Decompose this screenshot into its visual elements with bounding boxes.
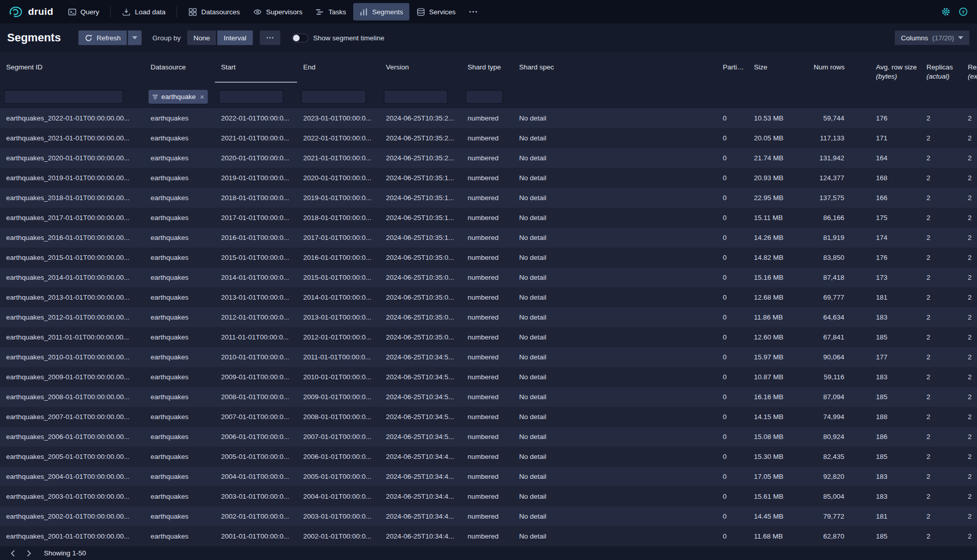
cell-size[interactable]: 10.53 MB: [748, 108, 808, 128]
cell-size[interactable]: 15.16 MB: [748, 267, 808, 287]
cell-version[interactable]: 2024-06-25T10:34:4...: [380, 447, 461, 467]
cell-avg_row_size[interactable]: 175: [870, 208, 920, 228]
cell-datasource[interactable]: earthquakes: [144, 427, 215, 447]
cell-end[interactable]: 2005-01-01T00:00:0...: [297, 467, 380, 486]
cell-end[interactable]: 2022-01-01T00:00:0...: [297, 128, 380, 148]
cell-end[interactable]: 2023-01-01T00:00:0...: [297, 108, 380, 128]
cell-version[interactable]: 2024-06-25T10:34:4...: [380, 526, 461, 546]
cell-partition[interactable]: 0: [717, 188, 748, 208]
cell-size[interactable]: 12.68 MB: [748, 287, 808, 307]
cell-version[interactable]: 2024-06-25T10:34:4...: [380, 486, 461, 506]
cell-avg_row_size[interactable]: 183: [870, 467, 920, 486]
cell-version[interactable]: 2024-06-25T10:35:2...: [380, 108, 461, 128]
cell-partition[interactable]: 0: [717, 248, 748, 267]
cell-shard_spec[interactable]: No detail: [513, 526, 717, 546]
cell-replication_factor[interactable]: 2: [962, 108, 977, 128]
cell-datasource[interactable]: earthquakes: [144, 148, 215, 168]
cell-size[interactable]: 15.61 MB: [748, 486, 808, 506]
cell-replicas[interactable]: 2: [920, 248, 962, 267]
cell-partition[interactable]: 0: [717, 387, 748, 407]
cell-replication_factor[interactable]: 2: [962, 407, 977, 427]
cell-datasource[interactable]: earthquakes: [144, 347, 215, 367]
cell-partition[interactable]: 0: [717, 506, 748, 526]
druid-logo[interactable]: druid: [7, 6, 61, 18]
cell-avg_row_size[interactable]: 185: [870, 526, 920, 546]
cell-shard_spec[interactable]: No detail: [513, 228, 717, 248]
cell-replicas[interactable]: 2: [920, 427, 962, 447]
column-header-avg_row_size[interactable]: Avg. row size(bytes): [870, 52, 920, 88]
cell-replicas[interactable]: 2: [920, 208, 962, 228]
cell-partition[interactable]: 0: [717, 267, 748, 287]
cell-segment_id[interactable]: earthquakes_2019-01-01T00:00:00.00...: [0, 168, 144, 188]
column-header-version[interactable]: Version: [380, 52, 461, 88]
cell-size[interactable]: 14.45 MB: [748, 506, 808, 526]
cell-partition[interactable]: 0: [717, 486, 748, 506]
cell-replication_factor[interactable]: 2: [962, 347, 977, 367]
cell-datasource[interactable]: earthquakes: [144, 208, 215, 228]
cell-partition[interactable]: 0: [717, 347, 748, 367]
cell-end[interactable]: 2014-01-01T00:00:0...: [297, 287, 380, 307]
cell-start[interactable]: 2004-01-01T00:00:0...: [215, 467, 297, 486]
cell-avg_row_size[interactable]: 185: [870, 387, 920, 407]
cell-shard_type[interactable]: numbered: [461, 148, 513, 168]
cell-shard_type[interactable]: numbered: [461, 248, 513, 267]
cell-num_rows[interactable]: 81,919: [808, 228, 870, 248]
cell-start[interactable]: 2008-01-01T00:00:0...: [215, 387, 297, 407]
column-header-replicas[interactable]: Replicas(actual): [920, 52, 962, 88]
cell-avg_row_size[interactable]: 185: [870, 327, 920, 347]
cell-datasource[interactable]: earthquakes: [144, 188, 215, 208]
cell-replicas[interactable]: 2: [920, 168, 962, 188]
cell-replication_factor[interactable]: 2: [962, 168, 977, 188]
cell-version[interactable]: 2024-06-25T10:35:0...: [380, 248, 461, 267]
cell-segment_id[interactable]: earthquakes_2018-01-01T00:00:00.00...: [0, 188, 144, 208]
cell-shard_type[interactable]: numbered: [461, 228, 513, 248]
nav-item-services[interactable]: Services: [410, 3, 462, 20]
cell-avg_row_size[interactable]: 164: [870, 148, 920, 168]
cell-avg_row_size[interactable]: 181: [870, 287, 920, 307]
cell-replication_factor[interactable]: 2: [962, 287, 977, 307]
cell-size[interactable]: 20.05 MB: [748, 128, 808, 148]
cell-num_rows[interactable]: 90,064: [808, 347, 870, 367]
cell-start[interactable]: 2018-01-01T00:00:0...: [215, 188, 297, 208]
cell-replicas[interactable]: 2: [920, 307, 962, 327]
cell-segment_id[interactable]: earthquakes_2002-01-01T00:00:00.00...: [0, 506, 144, 526]
cell-datasource[interactable]: earthquakes: [144, 407, 215, 427]
cell-avg_row_size[interactable]: 183: [870, 307, 920, 327]
cell-shard_type[interactable]: numbered: [461, 486, 513, 506]
cell-start[interactable]: 2021-01-01T00:00:0...: [215, 128, 297, 148]
cell-replicas[interactable]: 2: [920, 148, 962, 168]
cell-segment_id[interactable]: earthquakes_2005-01-01T00:00:00.00...: [0, 447, 144, 467]
more-options-button[interactable]: [259, 30, 281, 45]
cell-end[interactable]: 2020-01-01T00:00:0...: [297, 168, 380, 188]
cell-shard_type[interactable]: numbered: [461, 108, 513, 128]
cell-avg_row_size[interactable]: 174: [870, 228, 920, 248]
cell-replication_factor[interactable]: 2: [962, 327, 977, 347]
cell-num_rows[interactable]: 69,777: [808, 287, 870, 307]
cell-version[interactable]: 2024-06-25T10:34:5...: [380, 347, 461, 367]
cell-start[interactable]: 2001-01-01T00:00:0...: [215, 526, 297, 546]
cell-shard_spec[interactable]: No detail: [513, 208, 717, 228]
column-header-replication_factor[interactable]: Replication factor(expected): [962, 52, 977, 88]
cell-datasource[interactable]: earthquakes: [144, 367, 215, 387]
cell-replicas[interactable]: 2: [920, 367, 962, 387]
cell-avg_row_size[interactable]: 166: [870, 188, 920, 208]
datasource-filter-chip[interactable]: earthquake×: [149, 90, 208, 104]
cell-start[interactable]: 2012-01-01T00:00:0...: [215, 307, 297, 327]
cell-shard_type[interactable]: numbered: [461, 287, 513, 307]
cell-partition[interactable]: 0: [717, 367, 748, 387]
cell-shard_spec[interactable]: No detail: [513, 427, 717, 447]
cell-partition[interactable]: 0: [717, 108, 748, 128]
cell-replicas[interactable]: 2: [920, 407, 962, 427]
cell-partition[interactable]: 0: [717, 447, 748, 467]
cell-segment_id[interactable]: earthquakes_2001-01-01T00:00:00.00...: [0, 526, 144, 546]
cell-version[interactable]: 2024-06-25T10:35:1...: [380, 188, 461, 208]
cell-shard_spec[interactable]: No detail: [513, 188, 717, 208]
cell-num_rows[interactable]: 117,133: [808, 128, 870, 148]
cell-avg_row_size[interactable]: 176: [870, 108, 920, 128]
cell-avg_row_size[interactable]: 188: [870, 407, 920, 427]
cell-size[interactable]: 11.68 MB: [748, 526, 808, 546]
cell-shard_type[interactable]: numbered: [461, 168, 513, 188]
cell-segment_id[interactable]: earthquakes_2004-01-01T00:00:00.00...: [0, 467, 144, 486]
cell-partition[interactable]: 0: [717, 148, 748, 168]
cell-shard_spec[interactable]: No detail: [513, 267, 717, 287]
